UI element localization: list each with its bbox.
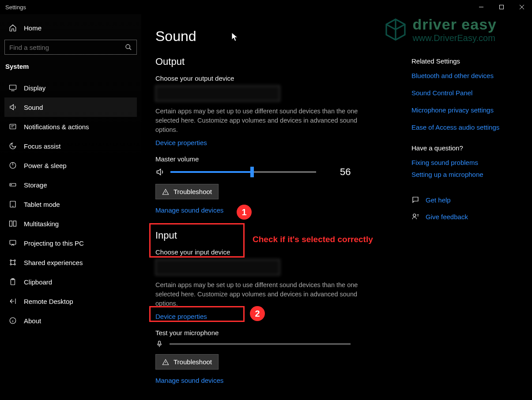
input-description: Certain apps may be set up to use differ… — [155, 280, 358, 308]
nav-about[interactable]: About — [4, 311, 137, 330]
minimize-button[interactable] — [471, 0, 491, 14]
home-button[interactable]: Home — [4, 19, 137, 38]
svg-rect-18 — [158, 341, 161, 344]
troubleshoot-label: Troubleshoot — [174, 358, 212, 366]
warning-icon — [162, 359, 169, 366]
nav-remote-desktop[interactable]: Remote Desktop — [4, 292, 137, 311]
chat-icon — [411, 196, 419, 204]
give-feedback-button[interactable]: Give feedback — [411, 213, 524, 221]
output-description: Certain apps may be set up to use differ… — [155, 107, 358, 135]
get-help-label: Get help — [426, 196, 451, 204]
nav-label: Storage — [24, 181, 47, 189]
page-title: Sound — [155, 28, 403, 45]
input-manage-link[interactable]: Manage sound devices — [155, 377, 223, 384]
link-ease-of-access-audio[interactable]: Ease of Access audio settings — [411, 123, 524, 131]
svg-point-1 — [126, 45, 130, 49]
clipboard-icon — [9, 278, 17, 286]
get-help-button[interactable]: Get help — [411, 196, 524, 204]
sidebar: Home System Display Sound Notifications … — [0, 14, 141, 400]
svg-rect-10 — [10, 240, 16, 244]
nav-shared-experiences[interactable]: Shared experiences — [4, 253, 137, 272]
nav-tablet-mode[interactable]: Tablet mode — [4, 194, 137, 214]
nav-label: Notifications & actions — [24, 123, 89, 131]
link-mic-privacy[interactable]: Microphone privacy settings — [411, 106, 524, 114]
input-troubleshoot-button[interactable]: Troubleshoot — [155, 354, 219, 370]
category-system: System — [4, 63, 137, 78]
nav-power-sleep[interactable]: Power & sleep — [4, 156, 137, 175]
related-settings-heading: Related Settings — [411, 57, 524, 65]
remote-desktop-icon — [9, 297, 17, 305]
volume-icon[interactable] — [155, 168, 164, 176]
nav-label: Shared experiences — [24, 259, 83, 266]
sound-icon — [9, 103, 17, 111]
link-bluetooth[interactable]: Bluetooth and other devices — [411, 72, 524, 79]
input-heading: Input — [155, 230, 403, 241]
nav-focus-assist[interactable]: Focus assist — [4, 136, 137, 156]
nav-label: Display — [24, 84, 45, 92]
link-sound-control-panel[interactable]: Sound Control Panel — [411, 89, 524, 97]
svg-point-6 — [11, 184, 12, 185]
link-fixing-sound[interactable]: Fixing sound problems — [411, 159, 524, 166]
nav-clipboard[interactable]: Clipboard — [4, 272, 137, 292]
storage-icon — [9, 181, 17, 189]
close-button[interactable] — [512, 0, 532, 14]
multitasking-icon — [9, 220, 17, 228]
nav-label: Projecting to this PC — [24, 239, 84, 247]
nav-label: Power & sleep — [24, 162, 67, 169]
input-choose-label: Choose your input device — [155, 248, 403, 256]
power-icon — [9, 161, 17, 169]
nav-multitasking[interactable]: Multitasking — [4, 214, 137, 233]
mic-level-meter — [170, 343, 351, 345]
feedback-icon — [411, 213, 419, 221]
output-device-properties-link[interactable]: Device properties — [155, 139, 207, 146]
shared-icon — [9, 258, 17, 266]
svg-point-14 — [14, 264, 15, 265]
notifications-icon — [9, 123, 17, 131]
content: Sound Output Choose your output device C… — [155, 28, 403, 400]
nav-label: Sound — [24, 104, 43, 111]
volume-value: 56 — [340, 166, 351, 178]
microphone-icon — [155, 340, 163, 348]
warning-icon — [162, 188, 169, 195]
svg-rect-9 — [14, 221, 16, 226]
window-title: Settings — [5, 4, 26, 11]
output-device-select[interactable] — [155, 86, 280, 101]
info-icon — [9, 317, 17, 325]
input-device-select[interactable] — [155, 259, 280, 275]
display-icon — [9, 84, 17, 92]
svg-point-12 — [14, 260, 15, 261]
titlebar: Settings — [0, 0, 532, 14]
nav-label: Remote Desktop — [24, 298, 73, 305]
troubleshoot-label: Troubleshoot — [174, 188, 212, 195]
moon-icon — [9, 142, 17, 150]
search-box[interactable] — [4, 40, 137, 55]
svg-point-11 — [10, 260, 11, 261]
maximize-button[interactable] — [491, 0, 512, 14]
input-device-properties-link[interactable]: Device properties — [155, 313, 207, 320]
nav-label: Clipboard — [24, 278, 52, 286]
svg-rect-0 — [500, 5, 504, 9]
nav-projecting[interactable]: Projecting to this PC — [4, 233, 137, 253]
nav-display[interactable]: Display — [4, 78, 137, 97]
svg-point-13 — [10, 264, 11, 265]
svg-rect-2 — [10, 85, 16, 90]
nav-label: Tablet mode — [24, 201, 60, 208]
svg-point-19 — [413, 214, 416, 217]
svg-rect-3 — [10, 124, 16, 129]
svg-rect-8 — [10, 221, 12, 226]
nav-sound[interactable]: Sound — [4, 97, 137, 117]
master-volume-label: Master volume — [155, 155, 403, 163]
volume-slider[interactable] — [170, 171, 316, 173]
search-input[interactable] — [9, 44, 125, 51]
question-heading: Have a question? — [411, 144, 524, 152]
output-choose-label: Choose your output device — [155, 75, 403, 82]
output-troubleshoot-button[interactable]: Troubleshoot — [155, 184, 219, 199]
home-icon — [9, 24, 17, 32]
nav-storage[interactable]: Storage — [4, 175, 137, 194]
nav-label: Focus assist — [24, 142, 60, 150]
output-manage-link[interactable]: Manage sound devices — [155, 206, 223, 214]
link-setup-mic[interactable]: Setting up a microphone — [411, 171, 524, 178]
tablet-icon — [9, 200, 17, 208]
nav-notifications[interactable]: Notifications & actions — [4, 117, 137, 136]
nav-label: Multitasking — [24, 220, 59, 228]
